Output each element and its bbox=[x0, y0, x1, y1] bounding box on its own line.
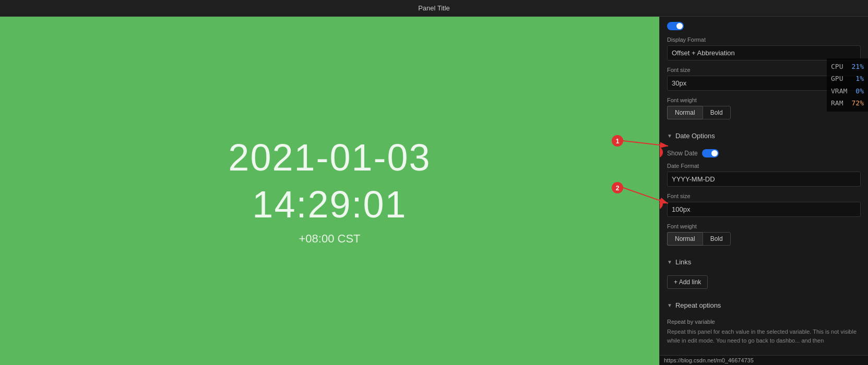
date-format-label: Date Format bbox=[667, 163, 861, 169]
clock-offset: +08:00 CST bbox=[299, 232, 360, 246]
show-date-toggle[interactable] bbox=[702, 149, 719, 157]
links-section-header[interactable]: ▼ Links bbox=[667, 254, 861, 270]
top-bar: Panel Title bbox=[0, 0, 868, 17]
font-weight-bold-btn[interactable]: Bold bbox=[703, 106, 731, 119]
font-weight-normal-btn[interactable]: Normal bbox=[667, 106, 703, 119]
show-date-row: Show Date bbox=[667, 149, 861, 157]
links-chevron: ▼ bbox=[667, 259, 672, 265]
date-format-input[interactable] bbox=[667, 172, 861, 187]
date-options-section[interactable]: ▼ Date Options bbox=[667, 128, 861, 144]
cpu-stat: CPU 21% bbox=[831, 60, 864, 72]
links-label: Links bbox=[675, 258, 691, 266]
annotation-2: 2 bbox=[659, 198, 663, 210]
date-font-weight-group: Normal Bold bbox=[667, 232, 861, 246]
gpu-stat: GPU 1% bbox=[831, 72, 864, 84]
date-font-weight-label: Font weight bbox=[667, 223, 861, 229]
main-layout: 2021-01-03 14:29:01 +08:00 CST CPU 21% G… bbox=[0, 17, 868, 365]
date-font-size-input[interactable] bbox=[667, 202, 861, 217]
display-format-label: Display Format bbox=[667, 36, 861, 43]
ram-stat: RAM 72% bbox=[831, 97, 864, 109]
url-bar: https://blog.csdn.net/m0_46674735 bbox=[660, 355, 868, 365]
date-font-weight-normal-btn[interactable]: Normal bbox=[667, 232, 703, 246]
stats-overlay: CPU 21% GPU 1% VRAM 0% RAM 72% bbox=[827, 58, 868, 112]
repeat-options-chevron: ▼ bbox=[667, 302, 672, 308]
date-options-label: Date Options bbox=[675, 132, 715, 140]
repeat-options-label: Repeat options bbox=[675, 301, 721, 309]
add-link-button[interactable]: + Add link bbox=[667, 275, 708, 289]
green-panel: 2021-01-03 14:29:01 +08:00 CST bbox=[0, 17, 659, 365]
annotation-1: 1 bbox=[659, 147, 663, 158]
date-font-size-label: Font size bbox=[667, 193, 861, 199]
clock-date: 2021-01-03 bbox=[228, 136, 431, 179]
right-sidebar: CPU 21% GPU 1% VRAM 0% RAM 72% Display bbox=[659, 17, 868, 365]
date-font-size-container: Font size 2 bbox=[667, 193, 861, 223]
repeat-by-variable-label: Repeat by variable bbox=[667, 319, 861, 325]
repeat-options-section[interactable]: ▼ Repeat options bbox=[667, 297, 861, 313]
repeat-description: Repeat this panel for each value in the … bbox=[667, 327, 861, 345]
vram-stat: VRAM 0% bbox=[831, 85, 864, 97]
panel-title: Panel Title bbox=[418, 4, 450, 12]
show-date-label: Show Date bbox=[667, 150, 698, 157]
clock-time: 14:29:01 bbox=[252, 183, 407, 226]
show-date-row-container: Show Date 1 bbox=[667, 149, 861, 157]
top-toggle-row bbox=[667, 22, 861, 30]
date-options-chevron: ▼ bbox=[667, 133, 672, 139]
date-font-weight-bold-btn[interactable]: Bold bbox=[703, 232, 731, 246]
top-toggle[interactable] bbox=[667, 22, 684, 30]
